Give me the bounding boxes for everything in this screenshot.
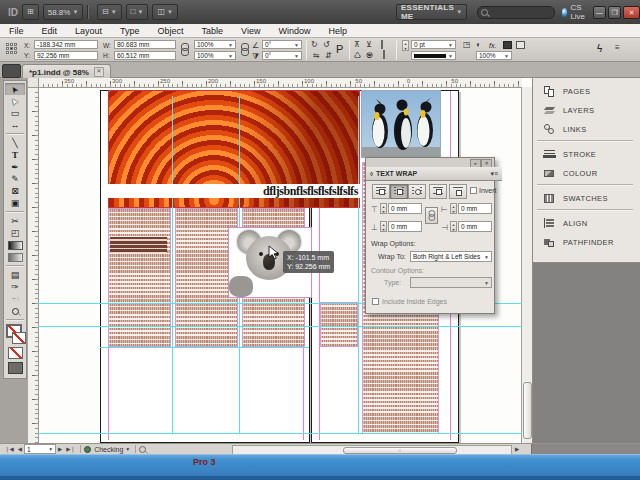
wrap-none-button[interactable] <box>372 184 390 199</box>
preflight-menu-icon[interactable]: ▼ <box>123 446 132 452</box>
panel-menu-icon[interactable]: ▾≡ <box>490 170 498 178</box>
dock-item-stroke[interactable]: STROKE <box>533 146 640 163</box>
frame-fitting-fit-icon[interactable] <box>516 41 525 49</box>
close-tab-icon[interactable]: ✕ <box>94 67 104 77</box>
menu-edit[interactable]: Edit <box>33 26 67 36</box>
horizontal-scrollbar-thumb[interactable]: ≡ <box>343 447 457 454</box>
y-field[interactable]: 92.256 mm <box>34 51 98 60</box>
cs-live-label[interactable]: CS Live <box>570 3 587 21</box>
fill-swatch[interactable] <box>383 50 385 59</box>
scale-y-field[interactable]: 100%▼ <box>194 51 236 60</box>
stroke-proxy[interactable] <box>12 332 26 344</box>
hand-tool[interactable]: ☜ <box>5 293 25 305</box>
top-offset-spinner[interactable]: ▴▾ <box>380 203 387 214</box>
close-button[interactable]: ✕ <box>623 6 640 19</box>
ruler-origin-corner[interactable] <box>28 78 39 88</box>
rotate-ccw-icon[interactable]: ↺ <box>323 41 330 49</box>
reference-point-proxy[interactable] <box>6 43 17 54</box>
top-offset-field[interactable]: 0 mm <box>388 203 422 214</box>
stroke-weight-field[interactable]: 0 pt▼ <box>411 40 456 49</box>
stroke-weight-spinner[interactable]: ▴▾ <box>402 40 409 51</box>
left-offset-field[interactable]: 0 mm <box>458 221 492 232</box>
frame-tool[interactable]: ⊠ <box>5 185 25 197</box>
right-offset-spinner[interactable]: ▴▾ <box>450 203 457 214</box>
fill-stroke-indicator[interactable] <box>5 323 25 344</box>
previous-page-button[interactable]: ◀ <box>16 446 24 452</box>
page-number-field[interactable]: 1▼ <box>24 444 56 454</box>
x-field[interactable]: -188.342 mm <box>34 40 98 49</box>
bottom-offset-spinner[interactable]: ▴▾ <box>380 221 387 232</box>
menu-table[interactable]: Table <box>193 26 233 36</box>
menu-type[interactable]: Type <box>111 26 149 36</box>
vertical-scrollbar[interactable] <box>521 87 532 443</box>
shear-angle-field[interactable]: 0°▼ <box>262 51 302 60</box>
preflight-search-icon[interactable] <box>139 446 146 453</box>
dock-item-pathfinder[interactable]: PATHFINDER <box>533 234 640 251</box>
vertical-scrollbar-thumb[interactable] <box>523 382 532 439</box>
menu-help[interactable]: Help <box>319 26 356 36</box>
panel-tab[interactable]: ◊ TEXT WRAP ▾≡ <box>366 167 502 181</box>
pencil-tool[interactable]: ✎ <box>5 173 25 185</box>
dock-item-layers[interactable]: LAYERS <box>533 102 640 119</box>
menu-window[interactable]: Window <box>269 26 319 36</box>
scale-x-field[interactable]: 100%▼ <box>194 40 236 49</box>
effects-icon[interactable]: ◐ <box>476 41 481 49</box>
search-box[interactable] <box>477 6 555 19</box>
pen-tool[interactable]: ✒ <box>5 161 25 173</box>
restore-button[interactable]: ❐ <box>608 6 621 19</box>
wrap-bounding-box-button[interactable] <box>390 184 408 199</box>
arrange-documents-dropdown[interactable]: ◫▼ <box>152 4 178 20</box>
scroll-right-icon[interactable]: ▶ <box>513 446 521 452</box>
wrap-object-shape-button[interactable] <box>408 184 426 199</box>
line-tool[interactable]: ╲ <box>5 137 25 149</box>
page-tool[interactable]: ▭ <box>5 107 25 119</box>
note-tool[interactable]: ▤ <box>5 269 25 281</box>
wrap-to-dropdown[interactable]: Both Right & Left Sides ▼ <box>410 251 492 262</box>
rotate-cw-icon[interactable]: ↻ <box>311 41 318 49</box>
link-offsets-button[interactable] <box>425 207 438 224</box>
corner-options-icon[interactable]: ◳ <box>463 41 471 49</box>
free-transform-tool[interactable]: ◰ <box>5 227 25 239</box>
contour-type-dropdown[interactable]: ▼ <box>410 277 492 288</box>
document-tab[interactable]: *p1.indd @ 58% ✕ <box>22 64 111 79</box>
jump-next-column-button[interactable] <box>449 184 467 199</box>
horizontal-ruler[interactable]: 350 300 250 200 150 100 50 0 50 <box>38 78 522 88</box>
dock-item-colour[interactable]: COLOUR <box>533 165 640 182</box>
select-previous-icon[interactable]: ♺ <box>354 52 361 60</box>
select-container-icon[interactable]: ⊼ <box>354 41 360 49</box>
dock-item-links[interactable]: LINKS <box>533 121 640 138</box>
screen-mode-dropdown[interactable]: □▼ <box>126 4 149 20</box>
bridge-button[interactable]: ⊞ <box>22 4 39 20</box>
stroke-type-dropdown[interactable]: ▼ <box>411 51 456 60</box>
selection-tool[interactable]: ➤ <box>5 83 25 95</box>
scissors-tool[interactable]: ✂ <box>5 215 25 227</box>
menu-layout[interactable]: Layout <box>66 26 111 36</box>
workspace-switcher[interactable]: ESSENTIALS ME ▼ <box>396 4 467 20</box>
rotation-angle-field[interactable]: 0°▼ <box>262 40 302 49</box>
minimize-button[interactable]: — <box>593 6 606 19</box>
w-field[interactable]: 80.683 mm <box>114 40 176 49</box>
gap-tool[interactable]: ↔ <box>5 119 25 131</box>
menu-file[interactable]: File <box>0 26 33 36</box>
stroke-swatch[interactable] <box>381 40 383 49</box>
dock-item-pages[interactable]: PAGES <box>533 83 640 100</box>
ruler-guide[interactable] <box>38 433 522 434</box>
headline-band[interactable]: dfljsbnflsflsflsfslfslfs <box>108 184 360 198</box>
eyedropper-tool[interactable]: ✑ <box>5 281 25 293</box>
quick-apply-icon[interactable]: ϟ <box>597 43 602 54</box>
dock-collapse-button[interactable] <box>2 64 21 78</box>
preflight-label[interactable]: Checking <box>94 446 123 453</box>
bottom-offset-field[interactable]: 0 mm <box>388 221 422 232</box>
select-content-icon[interactable]: ⊻ <box>366 41 372 49</box>
zoom-level-dropdown[interactable]: 58.8% ▼ <box>43 4 84 20</box>
first-page-button[interactable]: ❘◀ <box>3 446 16 452</box>
search-input[interactable] <box>491 8 551 17</box>
menu-view[interactable]: View <box>232 26 269 36</box>
select-next-icon[interactable]: ♼ <box>366 52 373 60</box>
direct-selection-tool[interactable]: ➤ <box>5 95 25 107</box>
ruler-guide[interactable] <box>100 347 309 348</box>
flip-vertical-icon[interactable]: ⇵ <box>325 52 332 60</box>
menu-object[interactable]: Object <box>149 26 193 36</box>
last-page-button[interactable]: ▶❘ <box>64 446 77 452</box>
fx-button[interactable]: fx. <box>489 42 496 49</box>
